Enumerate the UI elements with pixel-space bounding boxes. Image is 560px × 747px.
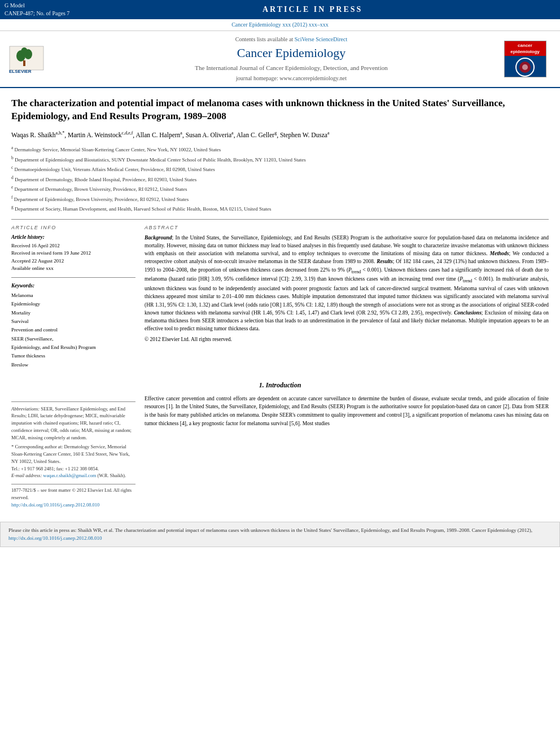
cancer-logo-top-label: cancerepidemiology [505, 41, 546, 56]
citation-text: Please cite this article in press as: Sh… [8, 527, 532, 533]
journal-header-center: Contents lists available at SciVerse Sci… [86, 36, 497, 82]
journal-title: Cancer Epidemiology [86, 45, 497, 62]
article-in-press-label: ARTICLE IN PRESS [262, 4, 362, 15]
info-abstract-columns: ARTICLE INFO Article history: Received 1… [11, 224, 549, 369]
cancer-epi-logo: cancerepidemiology [504, 41, 546, 77]
intro-footnotes: Abbreviations: SEER, Surveillance Epidem… [11, 395, 135, 509]
contents-available: Contents lists available at SciVerse Sci… [86, 36, 497, 43]
svg-point-8 [522, 64, 528, 70]
affiliation-f: f Department of Epidemiology, Brown Univ… [11, 194, 549, 204]
corresponding-block: * Corresponding author at: Dermatology S… [11, 443, 135, 465]
article-content: The characterization and potential impac… [0, 88, 560, 515]
keywords-list: Melanoma Epidemiology Mortality Survival… [11, 291, 135, 369]
keyword-3: Mortality [11, 309, 135, 317]
separator [11, 219, 549, 220]
cancer-logo-graphic [511, 56, 539, 77]
journal-info-text: Cancer Epidemiology xxx (2012) xxx–xxx [231, 21, 329, 28]
affiliations: a Dermatology Service, Memorial Sloan-Ke… [11, 145, 549, 213]
keyword-4: Survival [11, 317, 135, 326]
keyword-6: SEER (Surveillance,Epidemiology, and End… [11, 335, 135, 352]
intro-text-area: Effective cancer prevention and control … [145, 395, 549, 509]
keyword-1: Melanoma [11, 291, 135, 300]
svg-rect-4 [23, 60, 25, 66]
tel-block: Tel.: +1 917 968 2481; fax: +1 212 308 0… [11, 465, 135, 473]
affiliation-a: a Dermatology Service, Memorial Sloan-Ke… [11, 145, 549, 154]
model-id: CANEP-487; No. of Pages 7 [5, 10, 69, 16]
introduction-section: 1. Introduction Abbreviations: SEER, Sur… [11, 381, 549, 509]
svg-text:ELSEVIER: ELSEVIER [9, 69, 32, 74]
issn-block: 1877-7821/$ – see front matter © 2012 El… [11, 484, 135, 508]
affiliation-b: b Department of Epidemiology and Biostat… [11, 155, 549, 164]
abstract-paragraph: Background; In the United States, the Su… [145, 234, 549, 333]
keyword-2: Epidemiology [11, 300, 135, 308]
keyword-8: Breslow [11, 361, 135, 369]
journal-subtitle: The International Journal of Cancer Epid… [86, 64, 497, 72]
affiliation-c: c Dermatoepidemiology Unit, Veterans Aff… [11, 164, 549, 174]
received-date: Received 16 April 2012 Received in revis… [11, 242, 135, 273]
model-info: G Model CANEP-487; No. of Pages 7 [5, 2, 69, 18]
keywords-label: Keywords: [11, 282, 135, 290]
abstract-label: ABSTRACT [145, 224, 549, 231]
citation-bar: Please cite this article in press as: Sh… [0, 522, 560, 547]
elsevier-logo-icon: ELSEVIER [7, 43, 69, 75]
email-link[interactable]: waqas.r.shaikh@gmail.com [43, 473, 96, 478]
affiliation-d: d Department of Dermatology, Rhode Islan… [11, 174, 549, 184]
sciversе-link[interactable]: SciVerse ScienceDirect [295, 36, 348, 42]
authors-line: Waqas R. Shaikha,b,*, Martin A. Weinstoc… [11, 130, 549, 140]
separator2 [11, 277, 135, 278]
abstract-column: ABSTRACT Background; In the United State… [145, 224, 549, 369]
keyword-5: Prevention and control [11, 326, 135, 334]
article-info-column: ARTICLE INFO Article history: Received 1… [11, 224, 135, 369]
affiliation-e: e Department of Dermatology, Brown Unive… [11, 184, 549, 194]
abbreviations-block: Abbreviations: SEER, Surveillance Epidem… [11, 405, 135, 442]
journal-homepage: journal homepage: www.cancerepidemiology… [86, 75, 497, 82]
intro-heading: 1. Introduction [11, 381, 549, 390]
doi-link[interactable]: http://dx.doi.org/10.1016/j.canep.2012.0… [11, 502, 99, 508]
citation-doi-link[interactable]: http://dx.doi.org/10.1016/j.canep.2012.0… [8, 535, 102, 541]
model-label: G Model [5, 2, 25, 8]
elsevier-logo-area: ELSEVIER [7, 43, 86, 75]
footnotes-area: Abbreviations: SEER, Surveillance Epidem… [11, 401, 135, 480]
article-info-label: ARTICLE INFO [11, 224, 135, 231]
article-history-block: Article history: Received 16 April 2012 … [11, 234, 135, 273]
journal-logo-area: cancerepidemiology [497, 41, 553, 77]
copyright-line: © 2012 Elsevier Ltd. All rights reserved… [145, 335, 549, 343]
top-bar: G Model CANEP-487; No. of Pages 7 ARTICL… [0, 0, 560, 19]
email-block: E-mail address: waqas.r.shaikh@gmail.com… [11, 472, 135, 479]
affiliation-g: g Department of Society, Human Developme… [11, 204, 549, 213]
svg-point-3 [21, 47, 28, 56]
journal-info-bar: Cancer Epidemiology xxx (2012) xxx–xxx [0, 19, 560, 31]
history-label: Article history: [11, 234, 135, 241]
article-title: The characterization and potential impac… [11, 97, 549, 123]
cancer-logo-mid [505, 56, 546, 77]
intro-columns: Abbreviations: SEER, Surveillance Epidem… [11, 395, 549, 509]
intro-paragraph: Effective cancer prevention and control … [145, 395, 549, 428]
abstract-text: Background; In the United States, the Su… [145, 234, 549, 343]
keyword-7: Tumor thickness [11, 352, 135, 360]
journal-header: ELSEVIER Contents lists available at Sci… [0, 31, 560, 88]
